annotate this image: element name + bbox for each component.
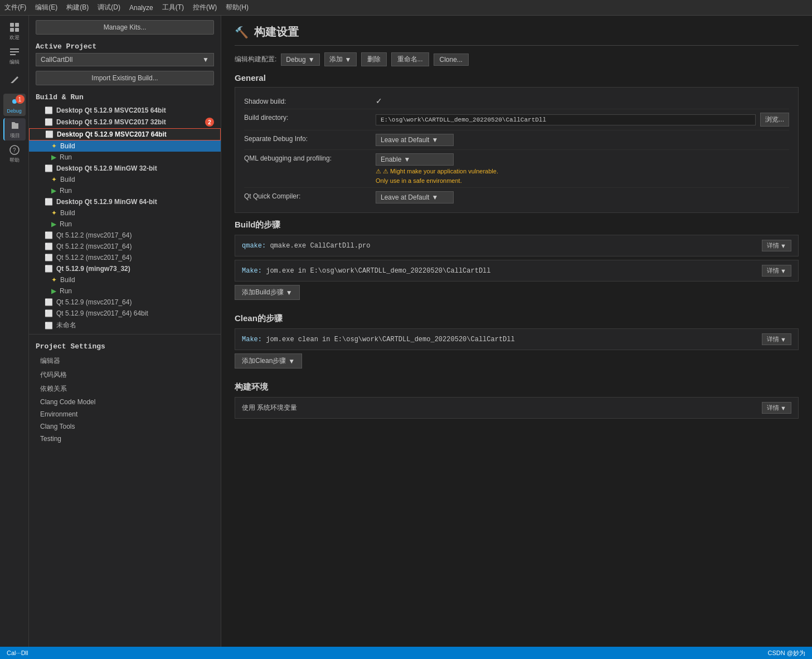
tree-item-build-mingw73[interactable]: ✦ Build: [29, 274, 221, 285]
clean-details-label: 详情: [767, 335, 779, 343]
menu-controls[interactable]: 控件(W): [193, 3, 217, 12]
sep-debug-dropdown[interactable]: Leave at Default ▼: [376, 134, 454, 146]
menu-build[interactable]: 构建(B): [66, 3, 89, 12]
menu-edit[interactable]: 编辑(E): [35, 3, 57, 12]
design-icon: [9, 75, 20, 86]
clean-details-button[interactable]: 详情 ▼: [762, 333, 791, 345]
tree-item-run-label-5: Run: [60, 220, 72, 228]
env-text: 使用 系统环境变量: [242, 403, 297, 413]
monitor-icon-12: ⬜: [45, 322, 53, 330]
config-value: Debug: [286, 56, 305, 64]
qmake-step-row: qmake: qmake.exe CallCartDll.pro 详情 ▼: [235, 235, 799, 256]
monitor-icon-7: ⬜: [45, 243, 53, 250]
monitor-icon-2: ⬜: [45, 118, 53, 126]
qmake-details-button[interactable]: 详情 ▼: [762, 240, 791, 251]
tree-item-mingw64[interactable]: ⬜ Desktop Qt 5.12.9 MinGW 64-bit: [29, 196, 221, 207]
qt-quick-arrow: ▼: [431, 193, 438, 201]
delete-config-button[interactable]: 删除: [361, 52, 387, 66]
clone-config-button[interactable]: Clone...: [434, 54, 469, 66]
menubar: 文件(F) 编辑(E) 构建(B) 调试(D) Analyze 工具(T) 控件…: [0, 0, 812, 16]
tree-item-qt519-msvc64bit[interactable]: ⬜ Qt 5.12.9 (msvc2017_64) 64bit: [29, 308, 221, 319]
project-dropdown[interactable]: CallCartDll ▼: [36, 53, 214, 66]
add-config-button[interactable]: 添加 ▼: [324, 52, 357, 66]
project-label: 项目: [10, 132, 20, 139]
svg-rect-1: [15, 23, 19, 27]
settings-dependencies[interactable]: 依赖关系: [29, 382, 221, 396]
qml-debug-dropdown[interactable]: Enable ▼: [376, 153, 454, 166]
settings-editor[interactable]: 编辑器: [29, 354, 221, 368]
sidebar-item-debug[interactable]: Debug 1: [3, 94, 26, 116]
rename-config-button[interactable]: 重命名...: [391, 52, 429, 66]
project-name: CallCartDll: [41, 56, 72, 64]
build-env-header: 构建环境: [235, 382, 799, 393]
add-clean-step-arrow: ▼: [288, 357, 295, 365]
menu-help[interactable]: 帮助(H): [226, 3, 249, 12]
settings-environment[interactable]: Environment: [29, 408, 221, 420]
add-build-step-button[interactable]: 添加Build步骤 ▼: [235, 285, 300, 300]
menu-debug[interactable]: 调试(D): [98, 3, 120, 12]
tree-item-build-mingw64[interactable]: ✦ Build: [29, 207, 221, 219]
qt-quick-value: Leave at Default ▼: [376, 191, 789, 203]
config-dropdown[interactable]: Debug ▼: [281, 54, 319, 66]
settings-clang-tools[interactable]: Clang Tools: [29, 420, 221, 433]
build-steps-header: Build的步骤: [235, 220, 799, 230]
warning-text-2: Only use in a safe environment.: [376, 177, 789, 184]
svg-rect-5: [10, 51, 19, 52]
svg-rect-2: [10, 28, 14, 32]
menu-analyze[interactable]: Analyze: [129, 4, 153, 12]
add-build-step-arrow: ▼: [286, 289, 293, 297]
tree-item-unnamed[interactable]: ⬜ 未命名: [29, 319, 221, 332]
tree-item-qt519-msvc64[interactable]: ⬜ Qt 5.12.9 (msvc2017_64): [29, 297, 221, 308]
config-row: 编辑构建配置: Debug ▼ 添加 ▼ 删除 重命名... Clone...: [235, 52, 799, 66]
build-dir-path[interactable]: E:\osg\work\CARTDLL_demo_20220520\CallCa…: [376, 114, 756, 125]
tree-item-msvc2017-32[interactable]: ⬜ Desktop Qt 5.12.9 MSVC2017 32bit 2: [29, 116, 221, 128]
tree-item-run-mingw64[interactable]: ▶ Run: [29, 219, 221, 230]
tree-item-msvc2015-64[interactable]: ⬜ Desktop Qt 5.12.9 MSVC2015 64bit: [29, 105, 221, 116]
browse-button[interactable]: 浏览...: [760, 113, 789, 127]
tree-item-run-mingw32[interactable]: ▶ Run: [29, 185, 221, 196]
monitor-icon-11: ⬜: [45, 309, 53, 317]
qml-debug-value: Enable ▼ ⚠ ⚠ Might make your application…: [376, 153, 789, 184]
make-details-arrow: ▼: [780, 268, 786, 274]
shadow-build-label: Shadow build:: [244, 96, 367, 105]
add-clean-step-label: 添加Clean步骤: [242, 356, 286, 366]
tree-item-qt512-orange1[interactable]: ⬜ Qt 5.12.2 (msvc2017_64): [29, 241, 221, 252]
page-title: 构建设置: [254, 25, 299, 40]
sidebar-item-project[interactable]: 项目: [3, 118, 26, 140]
menu-file[interactable]: 文件(F): [4, 3, 26, 12]
qt-quick-dropdown[interactable]: Leave at Default ▼: [376, 191, 454, 203]
tree-item-build-msvc2017-64[interactable]: ✦ Build: [29, 140, 221, 152]
tree-item-msvc2017-64[interactable]: ⬜ Desktop Qt 5.12.9 MSVC2017 64bit: [29, 128, 221, 140]
tree-item-mingw32[interactable]: ⬜ Desktop Qt 5.12.9 MinGW 32-bit: [29, 163, 221, 174]
menu-tools[interactable]: 工具(T): [162, 3, 184, 12]
sidebar-item-welcome[interactable]: 欢迎: [3, 20, 26, 42]
tree-item-qt512-gray[interactable]: ⬜ Qt 5.12.2 (msvc2017_64): [29, 230, 221, 241]
tree-item-label-10: Qt 5.12.9 (msvc2017_64): [56, 298, 132, 306]
add-clean-step-button[interactable]: 添加Clean步骤 ▼: [235, 353, 302, 369]
settings-clang-model[interactable]: Clang Code Model: [29, 396, 221, 408]
tree-item-run-msvc2017-64[interactable]: ▶ Run: [29, 152, 221, 163]
tree-item-build-label-3: Build: [60, 142, 75, 150]
env-details-button[interactable]: 详情 ▼: [762, 402, 791, 414]
tree-item-mingw73[interactable]: ⬜ Qt 5.12.9 (mingw73_32): [29, 263, 221, 274]
tree-item-run-mingw73[interactable]: ▶ Run: [29, 285, 221, 297]
settings-code-style[interactable]: 代码风格: [29, 368, 221, 382]
qmake-details-label: 详情: [767, 241, 779, 250]
build-dir-row: Build directory: E:\osg\work\CARTDLL_dem…: [244, 109, 789, 130]
project-panel: Manage Kits... Active Project CallCartDl…: [29, 16, 221, 659]
sidebar-item-edit[interactable]: 编辑: [3, 45, 26, 67]
sidebar-item-design[interactable]: [3, 69, 26, 91]
build-dir-label: Build directory:: [244, 113, 367, 122]
tree-item-qt512-orange2[interactable]: ⬜ Qt 5.12.2 (msvc2017_64): [29, 252, 221, 263]
tree-item-build-mingw32[interactable]: ✦ Build: [29, 174, 221, 185]
sidebar-item-help[interactable]: ? 帮助: [3, 143, 26, 165]
make-details-button[interactable]: 详情 ▼: [762, 265, 791, 277]
env-details-arrow: ▼: [780, 405, 786, 411]
manage-kits-button[interactable]: Manage Kits...: [36, 20, 214, 35]
make-step-row: Make: jom.exe in E:\osg\work\CARTDLL_dem…: [235, 260, 799, 282]
qml-debug-arrow: ▼: [403, 156, 410, 163]
welcome-label: 欢迎: [9, 34, 20, 41]
import-existing-build-button[interactable]: Import Existing Build...: [36, 71, 214, 85]
settings-testing[interactable]: Testing: [29, 433, 221, 445]
env-details-label: 详情: [767, 404, 779, 412]
